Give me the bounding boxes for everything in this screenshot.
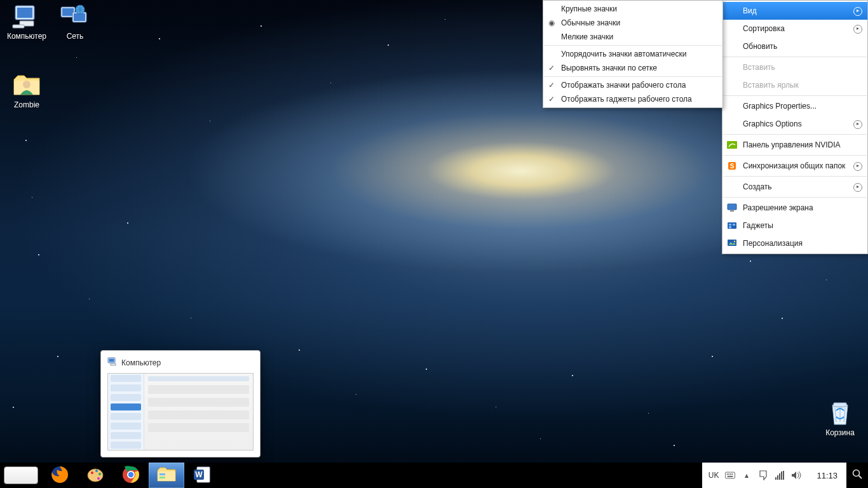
menu-item-refresh[interactable]: Обновить <box>722 37 867 55</box>
chrome-icon <box>122 466 140 485</box>
taskbar-button-paint[interactable] <box>78 463 113 488</box>
menu-label: Отображать гаджеты рабочего стола <box>561 95 692 104</box>
svg-rect-23 <box>729 226 731 228</box>
menu-label: Выровнять значки по сетке <box>561 64 657 72</box>
svg-point-29 <box>95 470 98 472</box>
menu-item-resolution[interactable]: Разрешение экрана <box>722 199 867 217</box>
menu-item-sort[interactable]: Сортировка ▸ <box>722 20 867 37</box>
menu-label: Синхронизация общих папок <box>743 161 845 170</box>
nvidia-icon <box>726 139 738 151</box>
menu-item-graphics-properties[interactable]: Graphics Properties... <box>722 97 867 115</box>
taskbar-button-explorer[interactable] <box>149 463 184 488</box>
menu-item-graphics-options[interactable]: Graphics Options ▸ <box>722 115 867 133</box>
network-signal-icon[interactable] <box>775 470 785 480</box>
submenu-item-show-gadgets[interactable]: ✓ Отображать гаджеты рабочего стола <box>543 92 722 106</box>
menu-label: Вставить ярлык <box>743 81 799 90</box>
menu-label: Гаджеты <box>743 221 773 230</box>
taskbar-button-chrome[interactable] <box>113 463 149 488</box>
preview-thumbnail[interactable] <box>107 373 254 451</box>
submenu-item-medium-icons[interactable]: ◉ Обычные значки <box>543 16 722 30</box>
svg-rect-15 <box>727 141 737 149</box>
desktop-icon-zombie[interactable]: Zombie <box>3 71 51 109</box>
svg-rect-41 <box>726 472 735 478</box>
submenu-arrow-icon: ▸ <box>853 120 862 129</box>
recycle-bin-icon <box>825 399 855 427</box>
submenu-item-show-icons[interactable]: ✓ Отображать значки рабочего стола <box>543 78 722 92</box>
submenu-arrow-icon: ▸ <box>853 7 862 16</box>
check-icon: ✓ <box>547 81 556 90</box>
svg-point-9 <box>23 81 31 88</box>
svg-rect-21 <box>729 224 731 226</box>
svg-rect-45 <box>732 473 733 475</box>
svg-point-30 <box>98 473 101 475</box>
svg-rect-22 <box>733 224 735 226</box>
svg-rect-36 <box>159 473 165 475</box>
menu-label: Создать <box>743 182 772 191</box>
desktop[interactable]: Компьютер Сеть Zombie <box>0 0 868 488</box>
explorer-icon <box>156 466 177 485</box>
view-submenu: Крупные значки ◉ Обычные значки Мелкие з… <box>543 0 723 108</box>
menu-label: Персонализация <box>743 239 803 248</box>
volume-icon[interactable] <box>791 470 801 480</box>
personalize-icon <box>726 238 738 249</box>
desktop-icon-network[interactable]: Сеть <box>51 3 99 41</box>
svg-rect-7 <box>74 13 85 21</box>
menu-item-personalize[interactable]: Персонализация <box>722 234 867 252</box>
check-icon: ✓ <box>547 95 556 104</box>
menu-item-paste-shortcut: Вставить ярлык <box>722 76 867 94</box>
svg-point-28 <box>91 471 93 474</box>
submenu-item-align-grid[interactable]: ✓ Выровнять значки по сетке <box>543 61 722 75</box>
taskbar-clock[interactable]: 11:13 <box>808 463 846 488</box>
submenu-item-small-icons[interactable]: Мелкие значки <box>543 30 722 44</box>
clock-text: 11:13 <box>817 471 837 480</box>
desktop-icon-label: Zombie <box>3 100 51 109</box>
menu-item-sync-folders[interactable]: S Синхронизация общих папок ▸ <box>722 157 867 175</box>
submenu-item-auto-arrange[interactable]: Упорядочить значки автоматически <box>543 47 722 61</box>
taskbar-button-firefox[interactable] <box>42 463 78 488</box>
svg-rect-5 <box>62 8 74 16</box>
menu-label: Отображать значки рабочего стола <box>561 81 686 90</box>
submenu-arrow-icon: ▸ <box>853 183 862 192</box>
menu-label: Graphics Properties... <box>743 102 817 111</box>
taskbar-search-button[interactable] <box>846 463 868 488</box>
menu-label: Обычные значки <box>561 18 620 27</box>
svg-text:W: W <box>195 470 203 479</box>
desktop-icon-label: Корзина <box>816 428 864 437</box>
taskbar-button-word[interactable]: W <box>184 463 220 488</box>
keyboard-icon[interactable] <box>725 470 735 480</box>
taskbar-preview[interactable]: Компьютер <box>100 350 261 458</box>
submenu-item-large-icons[interactable]: Крупные значки <box>543 2 722 16</box>
svg-point-47 <box>853 470 860 477</box>
tray-chevron-icon[interactable]: ▴ <box>742 470 752 480</box>
menu-item-create[interactable]: Создать ▸ <box>722 178 867 196</box>
svg-rect-43 <box>729 473 730 475</box>
desktop-icon-computer[interactable]: Компьютер <box>3 3 51 41</box>
tray-language[interactable]: UK <box>709 471 719 480</box>
desktop-icon-recycle-bin[interactable]: Корзина <box>816 399 864 437</box>
submenu-arrow-icon: ▸ <box>853 162 862 171</box>
menu-label: Крупные значки <box>561 4 617 13</box>
svg-rect-42 <box>727 473 728 475</box>
menu-item-gadgets[interactable]: Гаджеты <box>722 217 867 234</box>
menu-label: Мелкие значки <box>561 32 613 41</box>
menu-item-view[interactable]: Вид ▸ <box>722 2 867 20</box>
svg-rect-1 <box>17 8 32 18</box>
svg-line-48 <box>859 476 862 479</box>
start-button[interactable] <box>4 466 38 484</box>
svg-point-34 <box>128 471 133 477</box>
word-icon: W <box>193 466 211 485</box>
menu-item-paste: Вставить <box>722 58 867 76</box>
menu-label: Вставить <box>743 63 775 72</box>
menu-item-nvidia[interactable]: Панель управления NVIDIA <box>722 136 867 154</box>
svg-rect-37 <box>159 477 165 478</box>
monitor-icon <box>726 202 738 214</box>
desktop-icon-label: Компьютер <box>3 32 51 41</box>
computer-icon <box>11 3 42 30</box>
menu-label: Панель управления NVIDIA <box>743 140 841 149</box>
menu-label: Вид <box>743 6 757 15</box>
action-center-icon[interactable] <box>758 470 768 480</box>
gadgets-icon <box>726 220 738 231</box>
svg-rect-3 <box>13 25 24 28</box>
svg-rect-14 <box>111 363 116 365</box>
svg-rect-18 <box>728 204 736 210</box>
